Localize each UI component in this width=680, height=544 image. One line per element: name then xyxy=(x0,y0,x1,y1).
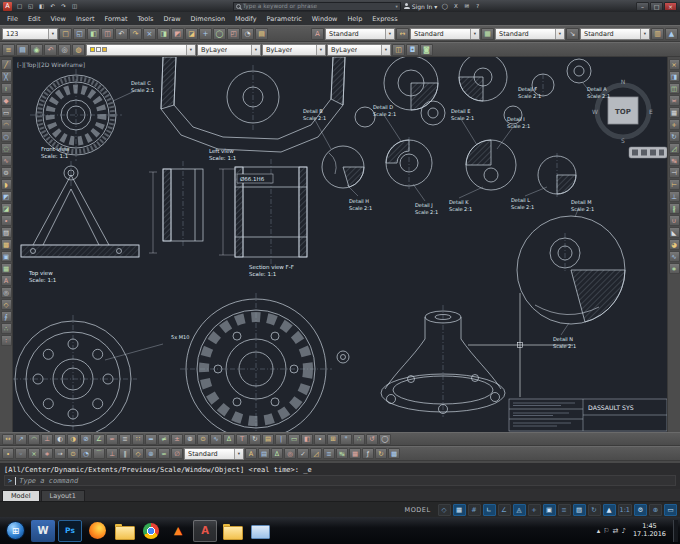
move-icon[interactable]: + xyxy=(669,119,680,130)
stretch-icon[interactable]: ↹ xyxy=(669,155,680,166)
snap-nearest-icon[interactable]: ≈ xyxy=(158,448,170,459)
snap-parallel-icon[interactable]: ∥ xyxy=(119,448,131,459)
menu-item-edit[interactable]: Edit xyxy=(23,15,46,23)
qat-open-icon[interactable]: ◱ xyxy=(26,2,35,11)
find-replace-icon[interactable]: ◎ xyxy=(284,448,296,459)
multiline-text-icon[interactable]: A xyxy=(1,275,12,286)
layer-walk-icon[interactable]: ◙ xyxy=(420,44,433,56)
donut-icon[interactable]: ◎ xyxy=(1,287,12,298)
snap-insert-icon[interactable]: ◇ xyxy=(132,448,144,459)
distance-icon[interactable]: | xyxy=(275,434,287,445)
layer-unisolate-icon[interactable]: ◍ xyxy=(72,44,85,56)
zoom-window-icon[interactable]: ◰ xyxy=(227,28,240,40)
chrome-icon[interactable] xyxy=(139,520,163,542)
angular-dimension-icon[interactable]: ∠ xyxy=(93,434,105,445)
menu-item-insert[interactable]: Insert xyxy=(71,15,100,23)
menu-item-parametric[interactable]: Parametric xyxy=(262,15,307,23)
wipeout-icon[interactable]: ◇ xyxy=(1,299,12,310)
copy-icon[interactable]: ◨ xyxy=(157,28,170,40)
layer-properties-icon[interactable]: ≡ xyxy=(2,44,15,56)
redo-icon[interactable]: ↷ xyxy=(129,28,142,40)
menu-item-tools[interactable]: Tools xyxy=(132,15,158,23)
area-icon[interactable]: ▭ xyxy=(288,434,300,445)
autocad-logo-icon[interactable]: A xyxy=(3,2,12,11)
aligned-dimension-icon[interactable]: ↗ xyxy=(15,434,27,445)
viewcube-east[interactable]: E xyxy=(649,108,653,115)
dimension-break-icon[interactable]: ≠ xyxy=(158,434,170,445)
menu-item-window[interactable]: Window xyxy=(307,15,343,23)
selection-cycling-icon[interactable]: ↻ xyxy=(588,504,601,516)
viewcube-west[interactable]: W xyxy=(592,108,598,115)
join-icon[interactable]: ∪ xyxy=(669,215,680,226)
close-button[interactable]: × xyxy=(664,2,677,11)
snap-none-icon[interactable]: ∅ xyxy=(171,448,183,459)
make-block-icon[interactable]: ◪ xyxy=(1,203,12,214)
ortho-mode-icon[interactable]: ∟ xyxy=(483,504,496,516)
qat-redo-icon[interactable]: ↷ xyxy=(59,2,68,11)
chamfer-icon[interactable]: ◣ xyxy=(669,227,680,238)
fillet-icon[interactable]: ◕ xyxy=(669,239,680,250)
continue-dimension-icon[interactable]: ∷ xyxy=(132,434,144,445)
qat-plot-icon[interactable]: ◫ xyxy=(70,2,79,11)
menu-item-help[interactable]: Help xyxy=(342,15,367,23)
table-style-combo[interactable]: Standard ▾ xyxy=(495,28,565,40)
break-icon[interactable]: ∦ xyxy=(669,203,680,214)
tray-action-center-icon[interactable]: ⚐ xyxy=(603,527,609,535)
plot-icon[interactable]: ◫ xyxy=(101,28,114,40)
viewcube-face-label[interactable]: TOP xyxy=(615,108,631,116)
inspection-icon[interactable]: ⊙ xyxy=(197,434,209,445)
show-desktop-button[interactable] xyxy=(673,520,678,542)
layer-states-icon[interactable]: ▤ xyxy=(16,44,29,56)
tray-show-hidden-icon[interactable]: ▴ xyxy=(597,527,601,535)
folder-2-icon[interactable] xyxy=(220,520,244,542)
folder-icon[interactable] xyxy=(112,520,136,542)
menu-item-view[interactable]: View xyxy=(45,15,70,23)
menu-item-format[interactable]: Format xyxy=(100,15,133,23)
linear-dimension-icon[interactable]: ↔ xyxy=(2,434,14,445)
tab-layout1[interactable]: Layout1 xyxy=(41,490,85,501)
text-style-combo[interactable]: Standard ▾ xyxy=(325,28,395,40)
dimension-update-icon[interactable]: ↻ xyxy=(249,434,261,445)
center-mark-icon[interactable]: ⊕ xyxy=(184,434,196,445)
diameter-dimension-icon[interactable]: ⊘ xyxy=(80,434,92,445)
qat-undo-icon[interactable]: ↶ xyxy=(48,2,57,11)
multiline-text-icon[interactable]: ▤ xyxy=(258,448,270,459)
snap-tangent-icon[interactable]: ⌒ xyxy=(93,448,105,459)
layer-previous-icon[interactable]: ↶ xyxy=(44,44,57,56)
erase-icon[interactable]: × xyxy=(669,59,680,70)
properties-icon[interactable]: ▤ xyxy=(255,28,268,40)
navigation-bar[interactable] xyxy=(629,147,667,158)
exchange-apps-icon[interactable]: X xyxy=(451,2,460,11)
spell-check-icon[interactable]: ✓ xyxy=(297,448,309,459)
new-file-icon[interactable]: □ xyxy=(59,28,72,40)
pan-icon[interactable]: + xyxy=(199,28,212,40)
ordinate-dimension-icon[interactable]: ⊥ xyxy=(41,434,53,445)
tray-network-icon[interactable]: ⇄ xyxy=(613,527,619,535)
tab-model[interactable]: Model xyxy=(2,490,40,501)
snap-midpoint-icon[interactable]: ◦ xyxy=(15,448,27,459)
save-icon[interactable]: ◧ xyxy=(87,28,100,40)
snap-apparent-icon[interactable]: ∗ xyxy=(41,448,53,459)
update-field-icon[interactable]: ↻ xyxy=(375,448,387,459)
quick-dimension-icon[interactable]: ≈ xyxy=(106,434,118,445)
multileader-style-icon[interactable]: ↘ xyxy=(566,28,579,40)
word-icon[interactable]: W xyxy=(31,520,55,542)
rotate-icon[interactable]: ↻ xyxy=(669,131,680,142)
dimension-space-icon[interactable]: = xyxy=(145,434,157,445)
rectangle-icon[interactable]: ▭ xyxy=(1,107,12,118)
insert-block-icon[interactable]: ◩ xyxy=(1,191,12,202)
ellipse-arc-icon[interactable]: ◗ xyxy=(1,179,12,190)
menu-item-file[interactable]: File xyxy=(2,15,23,23)
lineweight-control-combo[interactable]: ByLayer ▾ xyxy=(327,44,391,56)
workspace-switching-icon[interactable]: ⚙ xyxy=(634,504,647,516)
object-snap-icon[interactable]: ▣ xyxy=(543,504,556,516)
transparency-icon[interactable]: ▨ xyxy=(573,504,586,516)
make-layer-current-icon[interactable]: ◉ xyxy=(30,44,43,56)
maximize-button[interactable]: □ xyxy=(650,2,663,11)
array-icon[interactable]: ▦ xyxy=(669,107,680,118)
qat-new-icon[interactable]: □ xyxy=(15,2,24,11)
tolerance-icon[interactable]: ± xyxy=(171,434,183,445)
volume-icon[interactable]: ◧ xyxy=(301,434,313,445)
scale-icon[interactable]: ◿ xyxy=(669,143,680,154)
field-icon[interactable]: ƒ xyxy=(362,448,374,459)
